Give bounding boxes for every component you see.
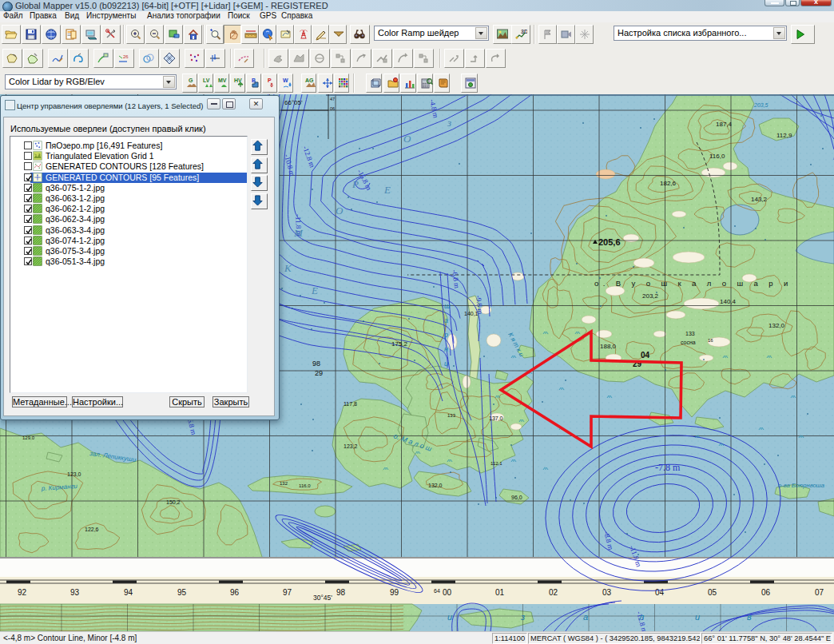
svg-text:07: 07 [815, 588, 824, 597]
svg-text:132,0: 132,0 [768, 322, 785, 329]
svg-text:Р: Р [351, 178, 359, 190]
svg-text:129,0: 129,0 [22, 435, 35, 440]
svg-text:К: К [284, 262, 292, 274]
svg-text:06: 06 [761, 588, 771, 597]
svg-text:и: и [444, 360, 448, 368]
svg-text:123,0: 123,0 [67, 471, 81, 477]
svg-text:182,6: 182,6 [660, 180, 677, 187]
svg-text:03: 03 [602, 588, 612, 597]
svg-text:117,8: 117,8 [344, 401, 357, 407]
svg-text:133: 133 [447, 413, 456, 418]
svg-text:06: 06 [330, 106, 335, 111]
svg-text:66°05': 66°05' [284, 99, 303, 106]
svg-text:96: 96 [230, 588, 240, 597]
svg-text:188,0: 188,0 [600, 343, 617, 350]
svg-text:47: 47 [330, 97, 335, 101]
svg-text:140,4: 140,4 [720, 298, 737, 305]
svg-text:137,0: 137,0 [489, 415, 503, 421]
svg-text:О: О [403, 133, 411, 145]
svg-text:203,5: 203,5 [753, 102, 768, 108]
svg-text:99: 99 [390, 588, 399, 597]
svg-text:и: и [447, 612, 452, 622]
svg-text:и: и [695, 612, 700, 622]
svg-text:98: 98 [312, 360, 320, 368]
svg-text:133: 133 [685, 331, 695, 336]
svg-text:93: 93 [70, 588, 80, 597]
svg-text:л: л [638, 612, 644, 622]
svg-text:123,2: 123,2 [344, 443, 358, 449]
svg-text:116,0: 116,0 [709, 153, 725, 160]
svg-text:а: а [444, 316, 448, 324]
svg-text:96,0: 96,0 [511, 495, 522, 500]
svg-text:М: М [293, 227, 304, 239]
svg-text:92: 92 [18, 588, 27, 597]
svg-text:203,2: 203,2 [642, 292, 659, 300]
svg-text:з: з [447, 117, 451, 129]
svg-text:150,2: 150,2 [166, 499, 181, 505]
svg-text:112,1: 112,1 [490, 461, 502, 466]
svg-text:175,2: 175,2 [391, 340, 408, 348]
svg-text:116,0: 116,0 [299, 483, 311, 488]
svg-text:G: G [189, 78, 193, 83]
svg-text:сосна: сосна [681, 340, 696, 345]
svg-text:122,6: 122,6 [85, 527, 99, 532]
svg-text:26: 26 [123, 54, 129, 59]
svg-text:94: 94 [124, 588, 133, 597]
svg-text:00: 00 [443, 588, 452, 597]
svg-text:AG: AG [305, 78, 314, 83]
svg-text:04: 04 [655, 588, 665, 597]
svg-text:P: P [268, 78, 272, 83]
svg-text:01: 01 [495, 588, 505, 597]
svg-text:з: з [520, 612, 525, 622]
svg-text:Е: Е [311, 284, 318, 296]
svg-text:04: 04 [641, 351, 650, 360]
svg-text:98: 98 [336, 588, 346, 597]
svg-text:о. В у о ш к а л о ш а р и: о. В у о ш к а л о ш а р и [594, 279, 792, 288]
svg-text:о-ва Боюрнвоша: о-ва Боюрнвоша [778, 482, 824, 489]
svg-text:132,0: 132,0 [428, 483, 443, 488]
svg-text:а: а [583, 612, 588, 622]
svg-text:MV: MV [218, 78, 227, 83]
svg-text:30°45': 30°45' [313, 594, 332, 602]
svg-text:140,1: 140,1 [464, 311, 479, 316]
svg-text:64: 64 [434, 588, 440, 594]
svg-text:W: W [283, 78, 288, 83]
svg-text:HV: HV [234, 78, 242, 83]
svg-text:ш: ш [444, 302, 451, 310]
svg-text:29: 29 [315, 369, 323, 377]
svg-text:05: 05 [708, 588, 717, 597]
svg-text:112,9: 112,9 [776, 132, 792, 139]
svg-text:205,6: 205,6 [598, 237, 621, 247]
svg-text:LV: LV [203, 78, 210, 83]
svg-text:-7.8 m: -7.8 m [655, 462, 681, 473]
svg-text:р: р [443, 331, 448, 339]
svg-text:О: О [336, 205, 344, 217]
svg-text:97: 97 [283, 588, 292, 597]
svg-text:н: н [444, 345, 448, 353]
svg-text:95: 95 [177, 588, 187, 597]
svg-text:132: 132 [280, 481, 288, 486]
svg-text:187,4: 187,4 [716, 121, 733, 128]
svg-text:Е: Е [383, 184, 391, 196]
svg-text:в: в [747, 612, 752, 622]
svg-text:02: 02 [549, 588, 558, 597]
svg-text:16: 16 [708, 338, 713, 343]
svg-text:143,2: 143,2 [751, 196, 768, 203]
